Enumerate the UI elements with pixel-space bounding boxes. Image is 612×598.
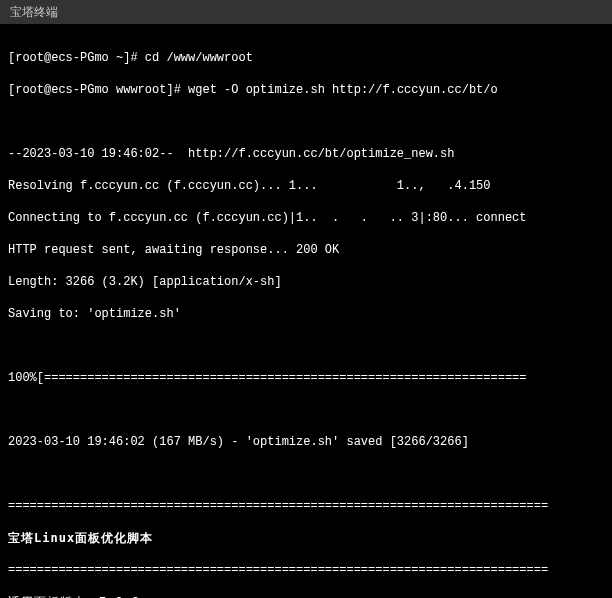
wget-timestamp-line: --2023-03-10 19:46:02-- http://f.cccyun.… bbox=[8, 146, 604, 162]
prompt-close-bracket: ]# bbox=[166, 83, 188, 97]
user-host-path: root@ecs-PGmo wwwroot bbox=[15, 83, 166, 97]
prompt-line-2: [root@ecs-PGmo wwwroot]# wget -O optimiz… bbox=[8, 82, 604, 98]
command-text: wget -O optimize.sh http://f.cccyun.cc/b… bbox=[188, 83, 498, 97]
user-host-path: root@ecs-PGmo ~ bbox=[15, 51, 123, 65]
section-divider: ========================================… bbox=[8, 498, 604, 514]
wget-resolving-line: Resolving f.cccyun.cc (f.cccyun.cc)... 1… bbox=[8, 178, 604, 194]
wget-length-line: Length: 3266 (3.2K) [application/x-sh] bbox=[8, 274, 604, 290]
blank-line bbox=[8, 466, 604, 482]
command-text: cd /www/wwwroot bbox=[145, 51, 253, 65]
blank-line bbox=[8, 338, 604, 354]
window-title: 宝塔终端 bbox=[10, 5, 58, 19]
blank-line bbox=[8, 114, 604, 130]
terminal-output[interactable]: [root@ecs-PGmo ~]# cd /www/wwwroot [root… bbox=[0, 24, 612, 598]
wget-connecting-line: Connecting to f.cccyun.cc (f.cccyun.cc)|… bbox=[8, 210, 604, 226]
wget-saving-line: Saving to: 'optimize.sh' bbox=[8, 306, 604, 322]
wget-http-response-line: HTTP request sent, awaiting response... … bbox=[8, 242, 604, 258]
window-title-bar: 宝塔终端 bbox=[0, 0, 612, 24]
script-version: 适用面板版本：7.9.8 bbox=[8, 594, 604, 598]
prompt-close-bracket: ]# bbox=[123, 51, 145, 65]
blank-line bbox=[8, 402, 604, 418]
wget-progress-bar: 100%[===================================… bbox=[8, 370, 604, 386]
wget-saved-line: 2023-03-10 19:46:02 (167 MB/s) - 'optimi… bbox=[8, 434, 604, 450]
prompt-line-1: [root@ecs-PGmo ~]# cd /www/wwwroot bbox=[8, 50, 604, 66]
script-title: 宝塔Linux面板优化脚本 bbox=[8, 530, 604, 546]
section-divider: ========================================… bbox=[8, 562, 604, 578]
